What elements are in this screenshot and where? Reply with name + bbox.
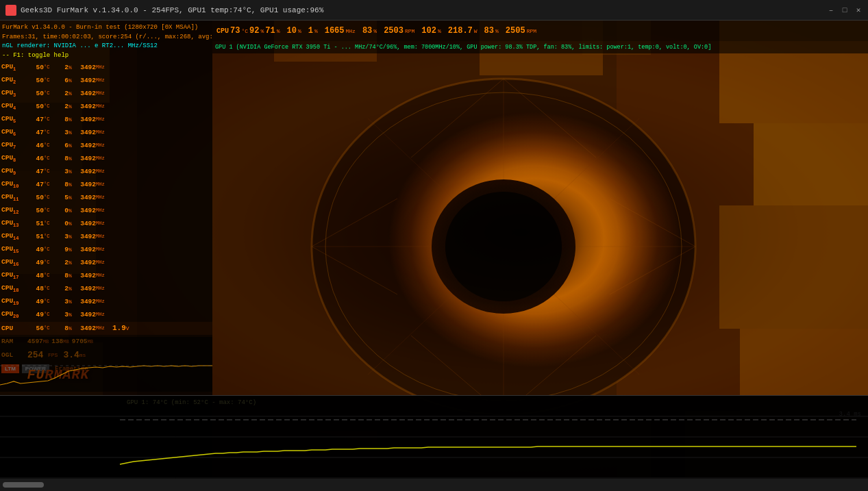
info-line-2: Frames:31, time:00:02:03, score:254 (r/.… — [0, 33, 212, 42]
cpu-row-12: CPU12 50 °C 0 % 3492 MHz — [0, 204, 212, 217]
cpu-row-usage-7: 6 — [53, 142, 69, 149]
cpu-row-label-10: CPU10 — [1, 180, 27, 189]
cpu-total-usage-unit: % — [69, 325, 75, 331]
cpu-row-freq-unit-4: MHz — [96, 103, 110, 109]
cpu-row-freq-unit-19: MHz — [96, 299, 110, 304]
val3-stat-group: 102 % — [421, 26, 441, 36]
val3-unit: % — [438, 28, 441, 34]
pct2-stat-group: 83 % — [362, 26, 377, 36]
rpm1-unit: RPM — [405, 28, 414, 34]
cpu-row-usage-unit-7: % — [69, 142, 75, 149]
close-button[interactable]: ✕ — [854, 6, 863, 14]
frametime-graph — [0, 337, 212, 392]
bottom-scrollbar[interactable] — [0, 479, 868, 491]
cpu-row-temp-unit-4: °C — [44, 103, 53, 109]
cpu-row-freq-16: 3492 — [75, 259, 96, 266]
cpu-row-freq-7: 3492 — [75, 142, 96, 149]
mhz1-unit: MHz — [346, 28, 356, 34]
cpu-total-temp: 56 — [27, 325, 44, 332]
cpu-row-usage-unit-8: % — [69, 155, 75, 162]
cpu-row-label-12: CPU12 — [1, 206, 27, 215]
cpu-row-label-16: CPU16 — [1, 258, 27, 267]
cpu-row-freq-unit-14: MHz — [96, 234, 110, 239]
cpu-row-usage-11: 5 — [53, 194, 69, 201]
cpu-row-freq-8: 3492 — [75, 155, 96, 162]
cpu-temp-unit: °C — [241, 28, 248, 34]
cpu-row-usage-17: 8 — [53, 272, 69, 279]
cpu-row-usage-unit-2: % — [69, 77, 75, 84]
val2-value: 83 — [362, 26, 372, 36]
cpu-row-freq-unit-3: MHz — [96, 90, 110, 96]
cpu-row-usage-unit-3: % — [69, 90, 75, 97]
cpu-row-usage-10: 8 — [53, 181, 69, 188]
cpu-total-label: CPU — [1, 325, 27, 332]
cpu-row-freq-unit-5: MHz — [96, 116, 110, 122]
cpu-row-usage-1: 2 — [53, 64, 69, 71]
maximize-button[interactable]: □ — [841, 6, 849, 14]
app-icon — [5, 5, 16, 16]
cpu-row-usage-unit-15: % — [69, 247, 75, 253]
cpu-row-6: CPU6 47 °C 3 % 3492 MHz — [0, 126, 212, 139]
cpu-row-freq-18: 3492 — [75, 285, 96, 292]
minimize-button[interactable]: – — [827, 6, 835, 14]
cpu-row-label-14: CPU14 — [1, 232, 27, 241]
cpu-row-temp-11: 50 — [27, 194, 44, 201]
scroll-thumb[interactable] — [3, 482, 44, 488]
cpu-row-19: CPU19 49 °C 3 % 3492 MHz — [0, 295, 212, 308]
cpu-row-temp-14: 51 — [27, 233, 44, 240]
main-content: CPU 73 °C 92 % 71 % 10 % 1 % 1665 MHz 83… — [0, 21, 868, 491]
svg-rect-36 — [0, 337, 212, 392]
cpu-row-usage-4: 2 — [53, 103, 69, 110]
cpu-row-temp-15: 49 — [27, 246, 44, 253]
cpu-row-usage-unit-6: % — [69, 129, 75, 136]
percent-stat-group: 1 % — [308, 26, 318, 36]
cpu-row-label-4: CPU4 — [1, 102, 27, 111]
cpu-row-temp-4: 50 — [27, 103, 44, 110]
freq-value: 10 — [286, 26, 296, 36]
svg-rect-10 — [754, 123, 868, 205]
cpu-row-13: CPU13 51 °C 0 % 3492 MHz — [0, 217, 212, 230]
freq-unit: % — [298, 28, 301, 34]
cpu-row-label-17: CPU17 — [1, 271, 27, 280]
cpu-row-temp-unit-18: °C — [44, 286, 53, 291]
info-line-1: FurMark v1.34.0.0 - Burn-in test (1280x7… — [0, 23, 212, 33]
cpu-row-freq-19: 3492 — [75, 298, 96, 305]
cpu-row-3: CPU3 50 °C 2 % 3492 MHz — [0, 87, 212, 100]
cpu-row-freq-2: 3492 — [75, 77, 96, 84]
cpu-row-2: CPU2 50 °C 6 % 3492 MHz — [0, 74, 212, 87]
cpu-total-usage: 8 — [53, 325, 69, 332]
cpu-row-label-2: CPU2 — [1, 76, 27, 85]
cpu-row-usage-20: 3 — [53, 311, 69, 318]
cpu-row-14: CPU14 51 °C 3 % 3492 MHz — [0, 230, 212, 243]
cpu-row-freq-15: 3492 — [75, 246, 96, 253]
cpu-total-freq: 3492 — [75, 325, 96, 332]
cpu-row-label-5: CPU5 — [1, 115, 27, 124]
cpu-row-usage-unit-5: % — [69, 116, 75, 123]
cpu-row-temp-unit-10: °C — [44, 181, 53, 187]
cpu-row-temp-2: 50 — [27, 77, 44, 84]
cpu-row-9: CPU9 47 °C 3 % 3492 MHz — [0, 165, 212, 178]
cpu-row-label-18: CPU18 — [1, 284, 27, 293]
pct5-stat-group: 83 % — [484, 26, 499, 36]
cpu-row-temp-6: 47 — [27, 129, 44, 136]
cpu-row-freq-10: 3492 — [75, 181, 96, 188]
watt-unit: W — [474, 28, 478, 34]
val1-unit: % — [314, 28, 318, 34]
val2-unit: % — [373, 28, 377, 34]
svg-point-33 — [445, 192, 562, 301]
cpu-row-freq-unit-12: MHz — [96, 207, 110, 213]
cpu-row-temp-unit-20: °C — [44, 312, 53, 317]
cpu-row-freq-unit-9: MHz — [96, 168, 110, 174]
cpu-total-row: CPU 56 °C 8 % 3492 MHz 1.9 V — [0, 322, 212, 335]
cpu-row-usage-unit-18: % — [69, 286, 75, 292]
cpu-row-temp-unit-14: °C — [44, 234, 53, 239]
cpu-voltage-value: 1.9 — [112, 324, 126, 332]
rpm1-stat-group: 2503 RPM — [384, 26, 414, 36]
cpu-row-11: CPU11 50 °C 5 % 3492 MHz — [0, 191, 212, 204]
cpu-row-freq-unit-15: MHz — [96, 247, 110, 252]
cpu-row-label-1: CPU1 — [1, 63, 27, 72]
chart-area: GPU 1: 74°C (min: 52°C - max: 74°C) 3.4 … — [0, 395, 868, 491]
cpu-row-temp-unit-16: °C — [44, 260, 53, 265]
cpu-row-10: CPU10 47 °C 8 % 3492 MHz — [0, 178, 212, 191]
val5-unit: % — [495, 28, 499, 34]
